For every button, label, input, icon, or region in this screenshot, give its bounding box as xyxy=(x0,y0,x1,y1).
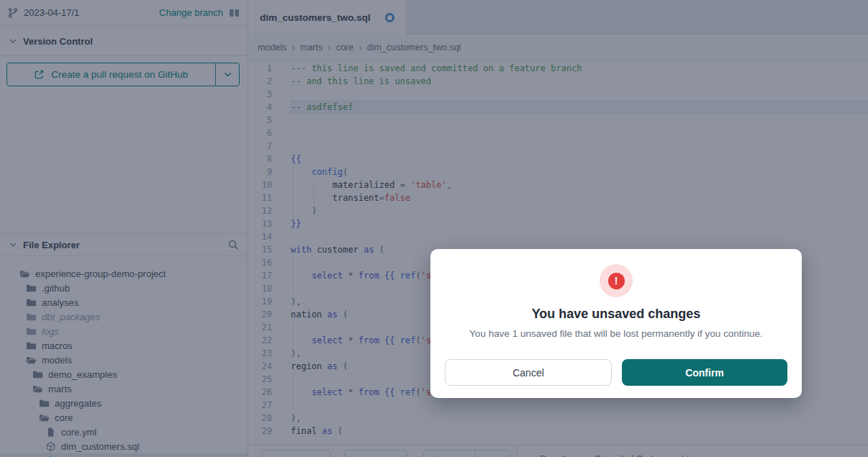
cancel-button[interactable]: Cancel xyxy=(445,359,612,386)
alert-icon: ! xyxy=(600,264,633,297)
modal-actions: Cancel Confirm xyxy=(445,359,787,386)
modal-body: You have 1 unsaved file that will be los… xyxy=(430,328,802,339)
modal-title: You have unsaved changes xyxy=(430,307,802,322)
unsaved-changes-modal: ! You have unsaved changes You have 1 un… xyxy=(430,249,802,398)
dbt-ide-window: 2023-04-17/1 Change branch Version Contr… xyxy=(0,0,868,457)
confirm-button[interactable]: Confirm xyxy=(622,359,787,386)
exclamation-icon: ! xyxy=(608,273,625,289)
